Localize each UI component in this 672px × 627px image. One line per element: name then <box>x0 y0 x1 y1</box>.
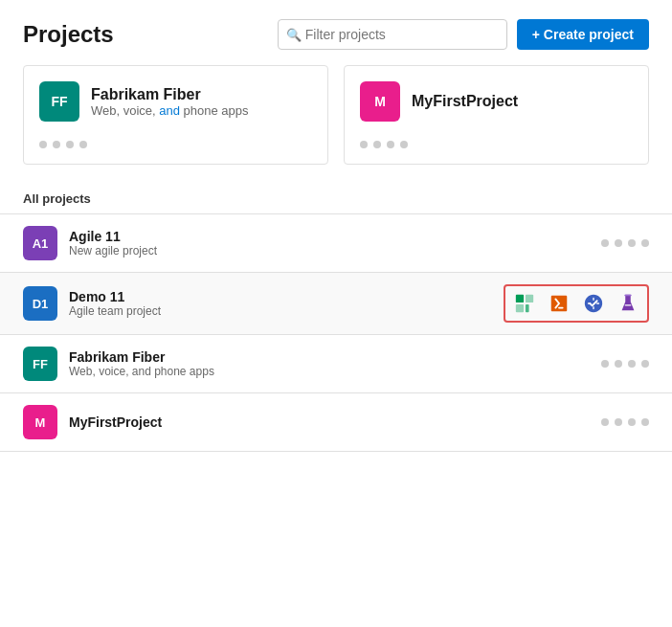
dot <box>400 141 408 148</box>
dot <box>601 239 609 247</box>
all-projects-label: All projects <box>0 184 672 213</box>
row-name-fabrikam: Fabrikam Fiber <box>69 349 601 365</box>
dot <box>615 239 622 247</box>
project-row-fabrikam[interactable]: FF Fabrikam Fiber Web, voice, and phone … <box>0 335 672 393</box>
dot <box>628 418 636 426</box>
dot <box>66 141 74 148</box>
row-info-demo11: Demo 11 Agile team project <box>69 289 504 318</box>
pinned-card-fabrikam[interactable]: FF Fabrikam Fiber Web, voice, and phone … <box>23 65 328 165</box>
row-name-myfirst: MyFirstProject <box>69 414 601 430</box>
testplans-icon[interactable] <box>615 290 641 317</box>
dot <box>628 239 636 247</box>
avatar-a1: A1 <box>23 226 57 260</box>
create-project-button[interactable]: + Create project <box>517 19 649 50</box>
svg-rect-1 <box>526 295 533 302</box>
dot <box>373 141 381 148</box>
desc-highlight: and <box>159 103 180 118</box>
card-dots-myfirst <box>360 133 633 148</box>
project-row-myfirst[interactable]: M MyFirstProject <box>0 393 672 452</box>
row-dots-fabrikam <box>601 360 649 368</box>
card-header-myfirst: M MyFirstProject <box>360 81 633 122</box>
row-name-agile11: Agile 11 <box>69 229 601 244</box>
project-desc-fabrikam: Web, voice, and phone apps <box>91 103 249 118</box>
pinned-card-myfirst[interactable]: M MyFirstProject <box>344 65 649 165</box>
page-header: Projects 🔍 + Create project <box>0 0 672 65</box>
card-dots-fabrikam <box>39 133 312 148</box>
svg-rect-2 <box>516 304 524 312</box>
row-desc-fabrikam: Web, voice, and phone apps <box>69 365 601 378</box>
svg-rect-3 <box>526 304 529 312</box>
demo11-service-icons <box>504 284 649 323</box>
row-info-fabrikam: Fabrikam Fiber Web, voice, and phone app… <box>69 349 601 378</box>
project-list: A1 Agile 11 New agile project D1 Demo 11… <box>0 213 672 452</box>
dot <box>628 360 636 368</box>
pipelines-icon[interactable] <box>580 290 607 317</box>
avatar-m-row: M <box>23 405 57 439</box>
dot <box>615 360 622 368</box>
project-row-agile11[interactable]: A1 Agile 11 New agile project <box>0 214 672 273</box>
row-desc-agile11: New agile project <box>69 244 601 258</box>
dot <box>615 418 622 426</box>
pinned-section: FF Fabrikam Fiber Web, voice, and phone … <box>0 65 672 184</box>
row-dots-myfirst <box>601 418 649 426</box>
dot <box>601 360 609 368</box>
row-desc-demo11: Agile team project <box>69 304 504 318</box>
project-name-fabrikam: Fabrikam Fiber <box>91 86 249 103</box>
svg-rect-0 <box>516 295 524 302</box>
page-title: Projects <box>23 21 114 48</box>
avatar-d1: D1 <box>23 286 57 321</box>
avatar-ff-row: FF <box>23 347 57 381</box>
filter-input-wrapper: 🔍 <box>278 19 507 50</box>
row-info-agile11: Agile 11 New agile project <box>69 229 601 258</box>
dot <box>39 141 47 148</box>
project-info-fabrikam: Fabrikam Fiber Web, voice, and phone app… <box>91 86 249 118</box>
avatar-m: M <box>360 81 400 122</box>
dot <box>79 141 87 148</box>
dot <box>641 239 649 247</box>
dot <box>641 418 649 426</box>
svg-rect-5 <box>624 295 631 296</box>
row-info-myfirst: MyFirstProject <box>69 414 601 430</box>
filter-input[interactable] <box>278 19 507 50</box>
row-dots-agile11 <box>601 239 649 247</box>
dot <box>641 360 649 368</box>
dot <box>53 141 60 148</box>
project-name-myfirst: MyFirstProject <box>412 93 518 110</box>
project-row-demo11[interactable]: D1 Demo 11 Agile team project <box>0 273 672 335</box>
repos-icon[interactable] <box>546 290 572 317</box>
header-actions: 🔍 + Create project <box>278 19 649 50</box>
dot <box>360 141 368 148</box>
dot <box>601 418 609 426</box>
avatar-ff: FF <box>39 81 79 122</box>
project-info-myfirst: MyFirstProject <box>412 93 518 110</box>
row-name-demo11: Demo 11 <box>69 289 504 304</box>
card-header-fabrikam: FF Fabrikam Fiber Web, voice, and phone … <box>39 81 312 122</box>
boards-icon[interactable] <box>511 290 538 317</box>
dot <box>387 141 394 148</box>
